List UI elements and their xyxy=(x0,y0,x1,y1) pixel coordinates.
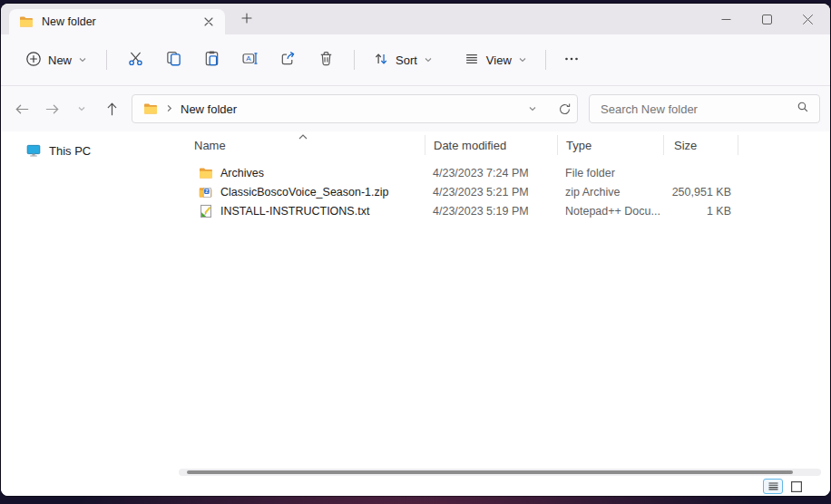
copy-button[interactable] xyxy=(154,44,192,75)
trash-icon xyxy=(318,50,335,70)
toolbar-separator xyxy=(545,50,546,70)
file-explorer-window: New folder New xyxy=(1,4,830,496)
file-size: 250,951 KB xyxy=(663,186,738,199)
delete-button[interactable] xyxy=(307,44,345,75)
window-controls xyxy=(706,4,828,34)
file-list-pane: Name Date modified Type Size Archives 4/… xyxy=(179,131,830,477)
large-thumbnails-view-button[interactable] xyxy=(787,479,807,494)
toolbar-separator xyxy=(106,50,107,70)
file-type: File folder xyxy=(557,167,663,179)
search-box[interactable] xyxy=(589,94,820,123)
sort-icon xyxy=(373,51,389,70)
status-bar xyxy=(1,477,830,496)
rename-icon: A xyxy=(241,50,259,70)
cut-icon xyxy=(127,50,144,70)
share-icon xyxy=(279,50,297,70)
column-header-date-modified[interactable]: Date modified xyxy=(425,135,557,155)
file-rows: Archives 4/23/2023 7:24 PM File folder Z… xyxy=(179,163,830,220)
tab-close-icon[interactable] xyxy=(198,11,220,33)
recent-locations-chevron-icon[interactable] xyxy=(68,95,95,122)
folder-icon xyxy=(199,166,213,180)
file-name-cell: Z ClassicBoscoVoice_Season-1.zip xyxy=(179,185,425,199)
horizontal-scrollbar[interactable] xyxy=(179,469,821,476)
toolbar-separator xyxy=(354,50,355,70)
explorer-tab[interactable]: New folder xyxy=(9,9,225,34)
back-icon[interactable] xyxy=(8,95,35,122)
breadcrumb-chevron-icon[interactable] xyxy=(164,101,174,117)
svg-text:A: A xyxy=(246,54,251,63)
folder-icon xyxy=(143,102,158,116)
new-plus-icon xyxy=(25,51,42,70)
column-headers: Name Date modified Type Size xyxy=(179,131,830,159)
see-more-button[interactable] xyxy=(555,44,588,75)
file-name: INSTALL-INSTRUCTIONS.txt xyxy=(220,205,369,218)
up-icon[interactable] xyxy=(98,95,125,122)
maximize-icon[interactable] xyxy=(747,4,787,34)
cut-button[interactable] xyxy=(116,44,154,75)
new-button[interactable]: New xyxy=(15,44,97,75)
paste-icon xyxy=(203,50,220,70)
details-view-button[interactable] xyxy=(763,479,783,494)
column-header-size[interactable]: Size xyxy=(663,135,738,155)
new-button-label: New xyxy=(48,53,72,67)
notepadpp-icon xyxy=(199,204,213,218)
horizontal-scrollbar-thumb[interactable] xyxy=(187,470,793,474)
file-name: ClassicBoscoVoice_Season-1.zip xyxy=(220,186,389,199)
folder-icon xyxy=(19,15,34,29)
chevron-down-icon xyxy=(78,55,87,64)
copy-icon xyxy=(165,50,182,70)
table-row[interactable]: Z ClassicBoscoVoice_Season-1.zip 4/23/20… xyxy=(179,182,830,201)
minimize-icon[interactable] xyxy=(706,4,747,34)
table-row[interactable]: Archives 4/23/2023 7:24 PM File folder xyxy=(179,163,830,182)
chevron-down-icon xyxy=(424,55,433,64)
sidebar-item-label: This PC xyxy=(49,144,91,158)
forward-icon[interactable] xyxy=(38,95,65,122)
file-name-cell: INSTALL-INSTRUCTIONS.txt xyxy=(179,204,425,218)
sort-button-label: Sort xyxy=(396,53,417,67)
this-pc-icon xyxy=(26,143,41,158)
address-row: New folder xyxy=(1,86,830,131)
share-button[interactable] xyxy=(269,44,307,75)
table-row[interactable]: INSTALL-INSTRUCTIONS.txt 4/23/2023 5:19 … xyxy=(179,201,830,220)
rename-button[interactable]: A xyxy=(230,44,269,75)
sort-button[interactable]: Sort xyxy=(364,44,442,75)
file-type: Notepad++ Docu... xyxy=(557,205,663,218)
search-icon[interactable] xyxy=(797,101,809,117)
chevron-down-icon xyxy=(518,55,527,64)
column-header-type[interactable]: Type xyxy=(557,135,663,155)
zip-icon: Z xyxy=(199,185,213,199)
view-icon xyxy=(464,51,480,70)
file-name-cell: Archives xyxy=(179,166,425,180)
new-tab-icon[interactable] xyxy=(236,7,258,29)
sidebar-item-this-pc[interactable]: This PC xyxy=(1,139,179,162)
breadcrumb[interactable]: New folder xyxy=(181,102,513,116)
tab-title: New folder xyxy=(42,15,190,28)
file-date-modified: 4/23/2023 5:19 PM xyxy=(425,205,557,218)
file-size: 1 KB xyxy=(663,205,738,218)
column-header-end-separator xyxy=(738,135,738,155)
file-date-modified: 4/23/2023 7:24 PM xyxy=(425,167,557,179)
content-area: This PC Name Date modified Type Size Ar xyxy=(1,131,830,477)
file-date-modified: 4/23/2023 5:21 PM xyxy=(425,186,557,199)
more-ellipsis-icon xyxy=(564,52,579,69)
command-bar: New A xyxy=(1,34,830,86)
navigation-pane: This PC xyxy=(1,131,179,477)
paste-button[interactable] xyxy=(192,44,230,75)
address-bar[interactable]: New folder xyxy=(132,94,578,123)
file-type: zip Archive xyxy=(557,186,663,199)
file-name: Archives xyxy=(220,167,264,179)
titlebar: New folder xyxy=(1,4,830,34)
view-button-label: View xyxy=(486,53,512,67)
close-icon[interactable] xyxy=(787,4,828,34)
refresh-icon[interactable] xyxy=(552,96,577,121)
sort-ascending-indicator xyxy=(298,130,308,143)
address-dropdown-chevron-icon[interactable] xyxy=(520,96,545,121)
search-input[interactable] xyxy=(591,102,797,116)
view-button[interactable]: View xyxy=(455,44,536,75)
